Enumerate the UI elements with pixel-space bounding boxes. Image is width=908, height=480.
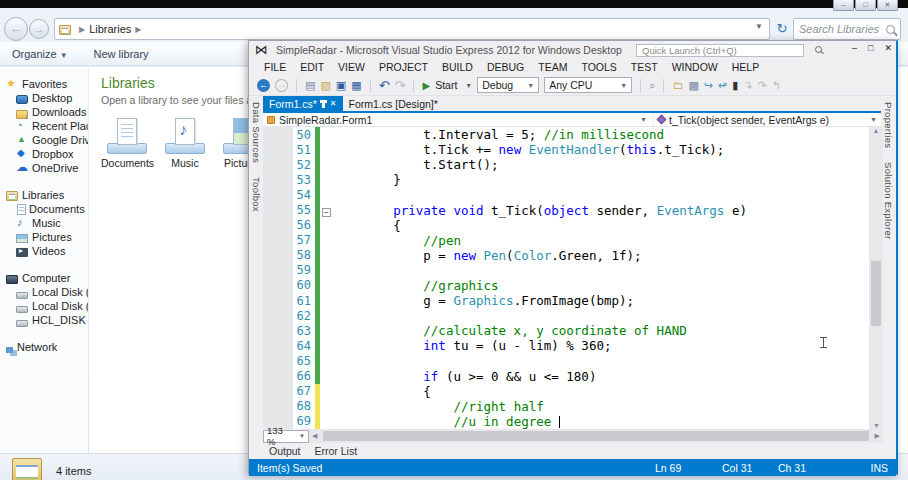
configuration-dropdown[interactable]: Debug▼ (477, 77, 539, 93)
navigate-forward-icon[interactable]: → (275, 79, 288, 92)
quick-launch-search-icon[interactable] (815, 46, 822, 53)
step-into-icon[interactable]: ↴ (743, 79, 752, 92)
explorer-maximize-button[interactable]: □ (855, 0, 876, 11)
redo-icon[interactable]: ↷ (395, 78, 406, 93)
detach-arrow-icon[interactable]: ↫ (718, 79, 727, 92)
vs-maximize-button[interactable]: □ (868, 43, 873, 53)
step-over-icon[interactable]: ↷ (758, 79, 767, 92)
save-icon[interactable]: ▣ (336, 79, 346, 92)
code-line-66: 66 if (u >= 0 && u <= 180) (263, 369, 869, 384)
tool-tab-data-sources[interactable]: Data Sources (249, 96, 263, 169)
search-icon[interactable] (886, 25, 895, 34)
tool-tab-output[interactable]: Output (269, 445, 301, 457)
quick-launch-input[interactable]: Quick Launch (Ctrl+Q) (636, 44, 804, 57)
open-file-icon[interactable]: ▧ (320, 79, 330, 92)
chevron-down-icon[interactable]: ▼ (465, 82, 472, 89)
close-icon[interactable]: ✕ (330, 99, 337, 108)
member-dropdown[interactable]: t_Tick(object sender, EventArgs e) ▼ (653, 114, 883, 126)
sidebar-item-music[interactable]: Music (6, 216, 88, 230)
sidebar-group-libraries[interactable]: Libraries (6, 188, 88, 202)
undo-icon[interactable]: ↶ (379, 78, 390, 93)
sidebar-item-documents[interactable]: Documents (6, 202, 88, 216)
address-dropdown-icon[interactable]: ▼ (755, 22, 763, 31)
tool-tab-solution-explorer[interactable]: Solution Explorer (881, 156, 895, 245)
unsaved-change-bar (315, 384, 320, 399)
menu-edit[interactable]: EDIT (293, 61, 331, 73)
menu-project[interactable]: PROJECT (372, 61, 435, 73)
scroll-down-icon[interactable]: ▼ (873, 422, 880, 429)
sidebar-item-pictures[interactable]: Pictures (6, 230, 88, 244)
sidebar-item-onedrive[interactable]: OneDrive (6, 161, 88, 175)
find-in-files-icon[interactable]: ⌕ (649, 79, 655, 92)
menu-tools[interactable]: TOOLS (574, 61, 623, 73)
menu-help[interactable]: HELP (725, 61, 766, 73)
tool-tab-properties[interactable]: Properties (881, 96, 895, 154)
start-debug-icon[interactable]: ▶ (422, 80, 430, 91)
sidebar-group-computer[interactable]: Computer (6, 271, 88, 285)
explorer-close-button[interactable]: ✕ (877, 0, 898, 11)
tool-tab-error-list[interactable]: Error List (315, 445, 358, 457)
menu-team[interactable]: TEAM (531, 61, 574, 73)
editor-vertical-scrollbar[interactable]: ▲ ▼ (869, 127, 883, 429)
back-button[interactable]: ← (4, 17, 28, 41)
sidebar-item-hcl_disk-e-[interactable]: HCL_DISK (E:) (6, 313, 88, 327)
new-file-icon[interactable]: ▤ (305, 79, 315, 92)
tab-form1-cs-[interactable]: Form1.cs*✕ (263, 96, 343, 111)
sidebar-item-dropbox[interactable]: Dropbox (6, 147, 88, 161)
sidebar-group-network[interactable]: Network (6, 340, 88, 354)
break-all-icon[interactable]: ▮ (732, 79, 738, 92)
menu-file[interactable]: FILE (257, 61, 293, 73)
address-bar[interactable]: ▶ Libraries ▶ (54, 18, 770, 40)
menu-debug[interactable]: DEBUG (480, 61, 531, 73)
solution-folder-icon[interactable]: 🗀 (672, 79, 683, 91)
breadcrumb[interactable]: Libraries (89, 23, 131, 35)
search-input[interactable]: Search Libraries (793, 18, 901, 40)
scroll-right-icon[interactable]: ▶ (875, 432, 880, 440)
library-tile-documents[interactable]: Documents (101, 118, 153, 169)
code-editor[interactable]: 50 t.Interval = 5; //in millisecond51 t.… (263, 127, 869, 429)
attach-arrow-icon[interactable]: ↪ (704, 79, 713, 92)
star-icon (6, 78, 18, 90)
type-dropdown[interactable]: SimpleRadar.Form1 ▼ (263, 114, 653, 126)
tool-tab-toolbox[interactable]: Toolbox (249, 171, 263, 218)
editor-horizontal-scrollbar[interactable]: ◀ ▶ (309, 429, 883, 443)
code-text: } (333, 172, 401, 187)
scrollbar-thumb[interactable] (323, 431, 869, 441)
collapse-icon[interactable]: − (322, 208, 331, 217)
sidebar-item-local-disk-d-[interactable]: Local Disk (D:) (6, 299, 88, 313)
menu-test[interactable]: TEST (624, 61, 665, 73)
sidebar-item-local-disk-c-[interactable]: Local Disk (C:) (6, 285, 88, 299)
sidebar-group-favorites[interactable]: Favorites (6, 77, 88, 91)
saved-change-bar (315, 293, 320, 308)
menu-build[interactable]: BUILD (435, 61, 480, 73)
properties-window-icon[interactable]: ▩ (688, 79, 698, 92)
sidebar-item-desktop[interactable]: Desktop (6, 91, 88, 105)
tab-form1-cs-design-[interactable]: Form1.cs [Design]* (343, 96, 444, 111)
save-all-icon[interactable]: ▦ (351, 79, 361, 92)
sidebar-item-recent-places[interactable]: Recent Places (6, 119, 88, 133)
menu-view[interactable]: VIEW (331, 61, 372, 73)
step-out-icon[interactable]: ↰ (772, 79, 781, 92)
sidebar-item-google-drive[interactable]: Google Drive (6, 133, 88, 147)
sidebar-item-videos[interactable]: Videos (6, 244, 88, 258)
line-number: 50 (263, 128, 315, 142)
new-library-button[interactable]: New library (94, 48, 149, 60)
platform-dropdown[interactable]: Any CPU▼ (544, 77, 632, 93)
scrollbar-thumb[interactable] (871, 261, 881, 326)
code-token: if (423, 369, 438, 384)
organize-button[interactable]: Organize▼ (12, 48, 68, 60)
vs-minimize-button[interactable]: – (852, 43, 857, 53)
vs-close-button[interactable]: ✕ (884, 43, 892, 53)
sidebar-item-downloads[interactable]: Downloads (6, 105, 88, 119)
menu-window[interactable]: WINDOW (665, 61, 725, 73)
forward-button[interactable]: → (29, 19, 49, 39)
start-button[interactable]: Start (435, 78, 457, 92)
pin-icon[interactable] (322, 100, 325, 108)
library-tile-music[interactable]: Music (159, 118, 211, 169)
zoom-level-dropdown[interactable]: 133 %▼ (263, 430, 309, 443)
explorer-minimize-button[interactable]: – (833, 0, 854, 11)
refresh-button[interactable]: ↻ (774, 20, 790, 38)
scroll-up-icon[interactable]: ▲ (873, 127, 880, 134)
navigate-back-icon[interactable]: ← (257, 79, 270, 92)
scroll-left-icon[interactable]: ◀ (312, 432, 317, 440)
